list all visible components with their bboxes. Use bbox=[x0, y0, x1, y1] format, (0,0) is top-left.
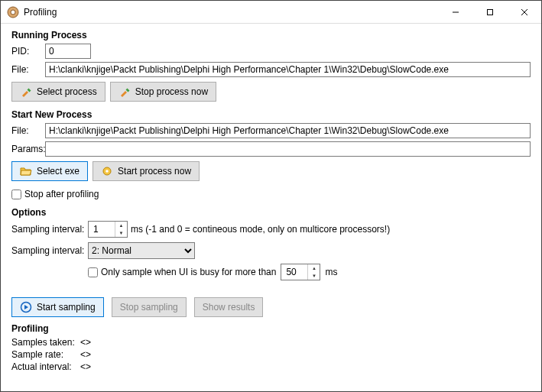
busy-threshold-spinner[interactable]: ▲▼ bbox=[281, 264, 320, 280]
select-process-button[interactable]: Select process bbox=[11, 82, 105, 102]
start-process-label: Start process now bbox=[118, 166, 191, 177]
samples-taken-value: <> bbox=[80, 337, 91, 348]
startnew-file-input[interactable] bbox=[45, 123, 531, 138]
folder-open-icon bbox=[20, 165, 32, 177]
stop-process-button[interactable]: Stop process now bbox=[110, 82, 216, 102]
select-process-label: Select process bbox=[37, 86, 97, 97]
params-label: Params: bbox=[11, 144, 45, 154]
spinner-arrows[interactable]: ▲▼ bbox=[307, 264, 320, 280]
carrot-icon bbox=[20, 86, 32, 98]
start-sampling-label: Start sampling bbox=[37, 302, 96, 313]
select-exe-button[interactable]: Select exe bbox=[11, 161, 88, 181]
running-file-input[interactable] bbox=[45, 62, 531, 77]
stop-sampling-button[interactable]: Stop sampling bbox=[112, 297, 187, 317]
play-circle-icon bbox=[20, 301, 32, 313]
running-process-header: Running Process bbox=[11, 30, 531, 40]
only-busy-label-a: Only sample when UI is busy for more tha… bbox=[101, 267, 276, 277]
app-icon bbox=[7, 6, 19, 18]
options-header: Options bbox=[11, 207, 531, 218]
params-input[interactable] bbox=[45, 141, 531, 157]
stop-after-checkbox[interactable] bbox=[11, 190, 21, 199]
start-sampling-button[interactable]: Start sampling bbox=[11, 297, 104, 317]
stop-process-label: Stop process now bbox=[135, 86, 208, 97]
sampling-interval-input[interactable] bbox=[89, 222, 115, 236]
startnew-file-label: File: bbox=[11, 125, 45, 136]
actual-interval-label: Actual interval: bbox=[11, 361, 80, 372]
svg-rect-3 bbox=[487, 9, 492, 15]
busy-threshold-input[interactable] bbox=[281, 265, 307, 279]
running-file-label: File: bbox=[11, 64, 45, 75]
gear-run-icon bbox=[101, 165, 113, 177]
start-new-header: Start New Process bbox=[11, 109, 531, 120]
sampling-interval-label: Sampling interval: bbox=[11, 224, 88, 235]
sampling-interval-spinner[interactable]: ▲▼ bbox=[88, 221, 128, 238]
titlebar: Profiling bbox=[1, 1, 541, 24]
sampling-priority-label: Sampling interval: bbox=[11, 245, 88, 256]
carrot-icon bbox=[118, 86, 131, 98]
samples-taken-label: Samples taken: bbox=[11, 337, 80, 348]
close-button[interactable] bbox=[507, 1, 541, 23]
spinner-arrows[interactable]: ▲▼ bbox=[115, 222, 127, 237]
show-results-label: Show results bbox=[203, 302, 255, 313]
only-busy-checkbox[interactable] bbox=[88, 267, 98, 277]
only-busy-label-b: ms bbox=[325, 267, 337, 277]
profiling-header: Profiling bbox=[11, 323, 531, 334]
select-exe-label: Select exe bbox=[37, 166, 80, 177]
stop-sampling-label: Stop sampling bbox=[120, 302, 178, 313]
minimize-button[interactable] bbox=[438, 1, 472, 23]
window-title: Profiling bbox=[24, 7, 438, 18]
pid-label: PID: bbox=[11, 46, 45, 57]
svg-point-1 bbox=[11, 10, 15, 15]
sample-rate-label: Sample rate: bbox=[11, 349, 80, 360]
pid-input[interactable] bbox=[45, 44, 91, 59]
maximize-button[interactable] bbox=[472, 1, 507, 23]
show-results-button[interactable]: Show results bbox=[194, 297, 264, 317]
actual-interval-value: <> bbox=[80, 361, 91, 372]
sampling-priority-select[interactable]: 2: Normal bbox=[88, 242, 195, 259]
stop-after-label: Stop after profiling bbox=[24, 189, 99, 199]
sampling-interval-hint: ms (-1 and 0 = contineous mode, only on … bbox=[131, 224, 390, 235]
start-process-button[interactable]: Start process now bbox=[92, 161, 200, 181]
sample-rate-value: <> bbox=[80, 349, 91, 360]
svg-point-7 bbox=[105, 170, 109, 173]
